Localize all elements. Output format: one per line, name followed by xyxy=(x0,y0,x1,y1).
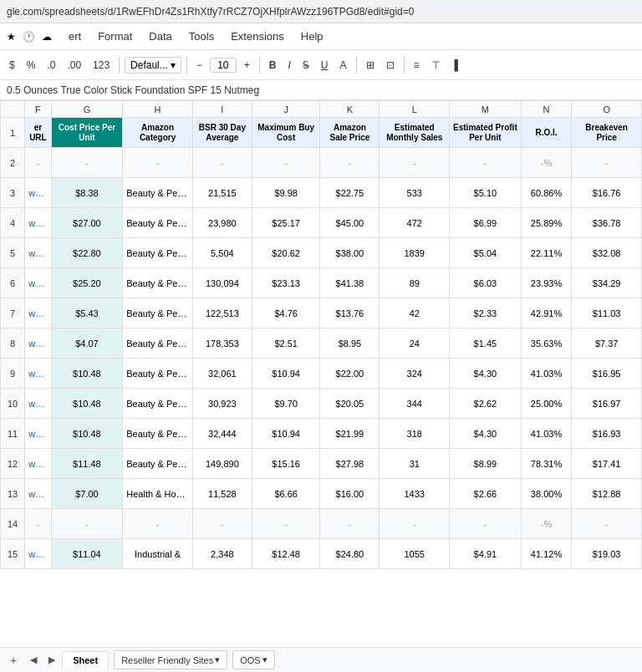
cell-monthly-sales[interactable]: 1839 xyxy=(380,238,450,268)
cell-bsr[interactable]: - xyxy=(192,509,252,539)
cell-max-buy[interactable]: $4.76 xyxy=(252,298,320,328)
cell-breakeven[interactable]: $12.88 xyxy=(572,479,642,509)
cell-max-buy[interactable]: $20.62 xyxy=(252,238,320,268)
cell-monthly-sales[interactable]: - xyxy=(380,148,450,178)
cell-max-buy[interactable]: $25.17 xyxy=(252,208,320,238)
cell-max-buy[interactable]: $9.70 xyxy=(252,389,320,419)
number-btn[interactable]: 123 xyxy=(89,57,114,74)
cell-max-buy[interactable]: $10.94 xyxy=(252,419,320,449)
menu-tools[interactable]: Tools xyxy=(182,28,221,45)
cell-bsr[interactable]: 149,890 xyxy=(192,449,252,479)
header-j[interactable]: Maximum Buy Cost xyxy=(252,118,320,148)
cell-sale-price[interactable]: $22.00 xyxy=(320,359,380,389)
cell-breakeven[interactable]: $17.41 xyxy=(572,449,642,479)
cell-category[interactable]: - xyxy=(123,148,193,178)
star-icon[interactable]: ★ xyxy=(7,31,16,43)
header-h[interactable]: Amazon Category xyxy=(123,118,193,148)
prev-sheet-btn[interactable]: ◀ xyxy=(25,651,42,669)
cell-est-profit[interactable]: $8.99 xyxy=(450,449,522,479)
cell-roi[interactable]: 60.86% xyxy=(521,178,572,208)
cell-url[interactable]: www.walma xyxy=(25,419,51,449)
cell-breakeven[interactable]: $16.93 xyxy=(572,419,642,449)
cell-max-buy[interactable]: - xyxy=(252,148,320,178)
row-header[interactable]: 7 xyxy=(1,298,25,328)
cell-est-profit[interactable]: $4.30 xyxy=(450,419,522,449)
cell-url[interactable]: www.theinke xyxy=(25,298,51,328)
cell-url[interactable]: www.walma xyxy=(25,389,51,419)
header-i[interactable]: BSR 30 Day Average xyxy=(192,118,252,148)
cell-monthly-sales[interactable]: 42 xyxy=(380,298,450,328)
cell-cost-price[interactable]: $11.48 xyxy=(51,449,123,479)
tab-sheet[interactable]: Sheet xyxy=(62,651,109,669)
cell-monthly-sales[interactable]: 344 xyxy=(380,389,450,419)
cell-url[interactable]: www.nordst xyxy=(25,539,51,569)
row-header[interactable]: 11 xyxy=(1,419,25,449)
cell-url[interactable]: www.walma xyxy=(25,449,51,479)
cell-sale-price[interactable]: $45.00 xyxy=(320,208,380,238)
cell-roi[interactable]: -% xyxy=(521,509,572,539)
tab-oos[interactable]: OOS ▾ xyxy=(232,650,274,669)
cell-monthly-sales[interactable]: 472 xyxy=(380,208,450,238)
header-l[interactable]: Estimated Monthly Sales xyxy=(380,118,450,148)
row-header[interactable]: 4 xyxy=(1,208,25,238)
header-n[interactable]: R.O.I. xyxy=(521,118,572,148)
cell-sale-price[interactable]: $22.75 xyxy=(320,178,380,208)
valign-btn[interactable]: ⊤ xyxy=(427,57,444,74)
cell-cost-price[interactable]: $7.00 xyxy=(51,479,123,509)
cell-category[interactable]: - xyxy=(123,509,193,539)
cell-max-buy[interactable]: $15.16 xyxy=(252,449,320,479)
next-sheet-btn[interactable]: ▶ xyxy=(43,651,60,669)
strikethrough-btn[interactable]: S̶ xyxy=(298,57,313,74)
cell-bsr[interactable]: 32,444 xyxy=(192,419,252,449)
cell-monthly-sales[interactable]: - xyxy=(380,509,450,539)
cell-url[interactable]: - xyxy=(25,509,51,539)
cell-est-profit[interactable]: $5.04 xyxy=(450,238,522,268)
cell-monthly-sales[interactable]: 31 xyxy=(380,449,450,479)
cell-url[interactable]: www.theinke xyxy=(25,328,51,359)
cell-breakeven[interactable]: $16.76 xyxy=(572,178,642,208)
currency-btn[interactable]: $ xyxy=(5,57,19,74)
cell-roi[interactable]: 23.93% xyxy=(521,268,572,298)
cell-bsr[interactable]: 130,094 xyxy=(192,268,252,298)
cell-roi[interactable]: 25.89% xyxy=(521,208,572,238)
cell-roi[interactable]: 25.00% xyxy=(521,389,572,419)
cell-category[interactable]: Beauty & Personal xyxy=(123,208,193,238)
cell-breakeven[interactable]: - xyxy=(572,509,642,539)
row-header[interactable]: 14 xyxy=(1,509,25,539)
menu-data[interactable]: Data xyxy=(142,28,178,45)
col-header-o[interactable]: O xyxy=(572,101,642,118)
cell-max-buy[interactable]: $12.48 xyxy=(252,539,320,569)
cell-est-profit[interactable]: $2.62 xyxy=(450,389,522,419)
menu-help[interactable]: Help xyxy=(294,28,330,45)
cell-monthly-sales[interactable]: 318 xyxy=(380,419,450,449)
cell-cost-price[interactable]: $10.48 xyxy=(51,359,123,389)
cell-category[interactable]: Beauty & Personal xyxy=(123,238,193,268)
row-header[interactable]: 8 xyxy=(1,328,25,359)
cell-max-buy[interactable]: $6.66 xyxy=(252,479,320,509)
row-header[interactable]: 9 xyxy=(1,359,25,389)
cell-est-profit[interactable]: $2.66 xyxy=(450,479,522,509)
header-k[interactable]: Amazon Sale Price xyxy=(320,118,380,148)
minus-btn[interactable]: − xyxy=(192,57,206,74)
font-size-input[interactable] xyxy=(210,58,237,73)
row-header[interactable]: 13 xyxy=(1,479,25,509)
cell-url[interactable]: www.walma xyxy=(25,359,51,389)
cell-category[interactable]: Health & Household xyxy=(123,479,193,509)
cell-est-profit[interactable]: $4.30 xyxy=(450,359,522,389)
cell-category[interactable]: Beauty & Personal xyxy=(123,328,193,359)
cell-bsr[interactable]: 23,980 xyxy=(192,208,252,238)
percent-btn[interactable]: % xyxy=(23,57,40,74)
header-m[interactable]: Estimated Profit Per Unit xyxy=(450,118,522,148)
cell-max-buy[interactable]: - xyxy=(252,509,320,539)
cell-max-buy[interactable]: $2.51 xyxy=(252,328,320,359)
row-header[interactable]: 6 xyxy=(1,268,25,298)
merge-btn[interactable]: ⊡ xyxy=(382,57,399,74)
cell-sale-price[interactable]: $24.80 xyxy=(320,539,380,569)
cell-category[interactable]: Beauty & Personal xyxy=(123,449,193,479)
col-header-n[interactable]: N xyxy=(521,101,572,118)
col-header-h[interactable]: H xyxy=(123,101,193,118)
tab-reseller-sites[interactable]: Reseller Friendly Sites ▾ xyxy=(114,650,227,669)
cell-sale-price[interactable]: $21.99 xyxy=(320,419,380,449)
cell-est-profit[interactable]: - xyxy=(450,509,522,539)
cell-sale-price[interactable]: $8.95 xyxy=(320,328,380,359)
